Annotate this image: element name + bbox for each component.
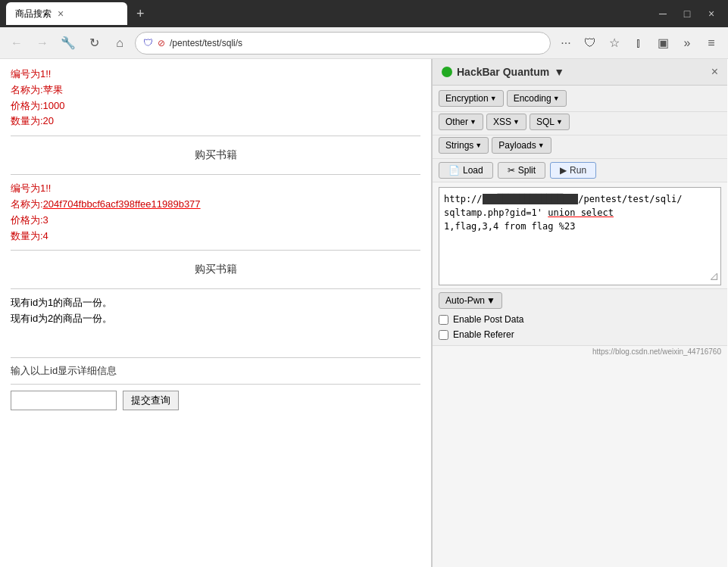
autopwn-button[interactable]: Auto-Pwn ▼ (439, 292, 502, 309)
hackbar-title: HackBar Quantum ▼ (442, 66, 564, 78)
textarea-content: http://████████████/pentest/test/sqli/ s… (444, 192, 716, 233)
other-button[interactable]: Other ▼ (439, 114, 483, 130)
stock1: 现有id为1的商品一份。 (11, 295, 420, 311)
payloads-button[interactable]: Payloads ▼ (492, 137, 551, 154)
other-arrow: ▼ (470, 118, 476, 126)
form-row: 提交查询 (11, 391, 420, 410)
autopwn-arrow: ▼ (486, 295, 495, 306)
input-section: 输入以上id显示详细信息 提交查询 (11, 364, 420, 410)
hackbar-panel: HackBar Quantum ▼ × Encryption ▼ Encodin… (432, 59, 727, 567)
stock2: 现有id为2的商品一份。 (11, 311, 420, 327)
post-data-checkbox[interactable] (439, 315, 448, 325)
buy2-section: 购买书籍 (11, 257, 420, 282)
payloads-label: Payloads (498, 140, 536, 151)
maximize-button[interactable]: □ (676, 3, 698, 24)
url-redacted: ████████████ (483, 194, 579, 204)
sql-label: SQL (536, 117, 555, 127)
payloads-arrow: ▼ (538, 142, 545, 149)
url-page: sqltamp.php?gid=1' (444, 207, 548, 218)
item1-line2: 名称为:苹果 (11, 83, 420, 98)
xss-button[interactable]: XSS ▼ (486, 114, 526, 130)
strings-label: Strings (445, 140, 473, 151)
xss-arrow: ▼ (513, 118, 520, 126)
input-label: 输入以上id显示详细信息 (11, 364, 420, 378)
sql-arrow: ▼ (556, 118, 563, 126)
item2-hash: 204f704fbbcf6acf398ffee11989b377 (43, 198, 201, 210)
active-tab[interactable]: 商品搜索 × (6, 2, 127, 25)
hackbar-footer: https://blog.csdn.net/weixin_44716760 (433, 345, 727, 357)
item2-line1: 编号为1!! (11, 181, 420, 197)
split-button[interactable]: ✂ Split (498, 162, 545, 179)
url-union: union select (548, 207, 614, 218)
more-options-button[interactable]: ··· (555, 33, 576, 54)
menu-button[interactable]: ≡ (701, 33, 722, 54)
address-text[interactable]: /pentest/test/sqli/s (170, 38, 542, 48)
encryption-label: Encryption (445, 93, 489, 104)
buy1-text: 购买书籍 (195, 148, 237, 160)
footer-text: https://blog.csdn.net/weixin_44716760 (592, 347, 721, 356)
address-bar[interactable]: 🛡 ⊘ /pentest/test/sqli/s (135, 32, 551, 55)
other-label: Other (445, 117, 468, 127)
hackbar-arrow[interactable]: ▼ (554, 66, 564, 78)
home-icon: ⌂ (116, 36, 123, 50)
referer-checkbox[interactable] (439, 330, 448, 340)
hackbar-close-button[interactable]: × (711, 65, 718, 79)
nav-right-icons: ··· 🛡 ☆ ⫿ ▣ » ≡ (555, 33, 722, 54)
autopwn-label: Auto-Pwn (445, 295, 485, 306)
item1-block: 编号为1!! 名称为:苹果 价格为:1000 数量为:20 (11, 67, 420, 129)
xss-label: XSS (493, 117, 511, 127)
encoding-label: Encoding (514, 93, 551, 104)
stock-block: 现有id为1的商品一份。 现有id为2的商品一份。 (11, 295, 420, 327)
back-icon: ← (11, 36, 23, 50)
strings-button[interactable]: Strings ▼ (439, 137, 489, 154)
hackbar-toolbar-row2: Other ▼ XSS ▼ SQL ▼ (433, 112, 727, 136)
star-button[interactable]: ☆ (604, 33, 625, 54)
bookmarks-button[interactable]: ⫿ (628, 33, 649, 54)
hackbar-toolbar-row1: Encryption ▼ Encoding ▼ (433, 86, 727, 112)
separator5 (11, 357, 420, 358)
new-tab-button[interactable]: + (130, 6, 151, 22)
forward-button[interactable]: → (32, 33, 53, 54)
back-button[interactable]: ← (6, 33, 27, 54)
shield-button[interactable]: 🛡 (580, 33, 601, 54)
reader-button[interactable]: ▣ (652, 33, 673, 54)
expand-button[interactable]: » (676, 33, 698, 54)
window-controls: ─ □ × (652, 3, 722, 24)
item1-line1: 编号为1!! (11, 67, 420, 83)
close-button[interactable]: × (701, 3, 722, 24)
hackbar-logo (442, 67, 452, 77)
referer-row: Enable Referer (439, 327, 721, 342)
load-icon: 📄 (448, 165, 460, 176)
buy2-text: 购买书籍 (195, 263, 237, 275)
item2-line4: 数量为:4 (11, 229, 420, 245)
minimize-button[interactable]: ─ (652, 3, 673, 24)
url-path-part: /pentest/test/sqli/ (578, 194, 682, 204)
forward-icon: → (36, 36, 48, 50)
hackbar-actions: 📄 Load ✂ Split ▶ Run (433, 159, 727, 182)
separator4 (11, 288, 420, 289)
tab-close-button[interactable]: × (58, 8, 64, 20)
referer-label: Enable Referer (453, 329, 514, 340)
resize-handle[interactable]: ⊿ (709, 269, 719, 283)
tab-title: 商品搜索 (15, 8, 52, 20)
encryption-button[interactable]: Encryption ▼ (439, 90, 504, 107)
sql-button[interactable]: SQL ▼ (530, 114, 570, 130)
run-label: Run (570, 165, 586, 176)
tools-button[interactable]: 🔧 (58, 33, 79, 54)
split-icon: ✂ (508, 165, 515, 176)
browser-chrome: 商品搜索 × + ─ □ × ← → 🔧 ↻ ⌂ 🛡 ⊘ /pentest/te… (0, 0, 728, 59)
load-button[interactable]: 📄 Load (439, 162, 493, 179)
item2-block: 编号为1!! 名称为:204f704fbbcf6acf398ffee11989b… (11, 181, 420, 244)
encoding-button[interactable]: Encoding ▼ (507, 90, 567, 107)
id-input[interactable] (11, 391, 117, 410)
url-textarea-container[interactable]: http://████████████/pentest/test/sqli/ s… (439, 187, 721, 285)
submit-button[interactable]: 提交查询 (123, 391, 179, 410)
encryption-arrow: ▼ (490, 95, 497, 102)
home-button[interactable]: ⌂ (109, 33, 130, 54)
refresh-button[interactable]: ↻ (83, 33, 105, 54)
buy1-section: 购买书籍 (11, 142, 420, 168)
encoding-arrow: ▼ (553, 95, 560, 102)
item1-line3: 价格为:1000 (11, 98, 420, 114)
url-params: 1,flag,3,4 from flag %23 (444, 221, 575, 232)
run-button[interactable]: ▶ Run (550, 162, 596, 179)
